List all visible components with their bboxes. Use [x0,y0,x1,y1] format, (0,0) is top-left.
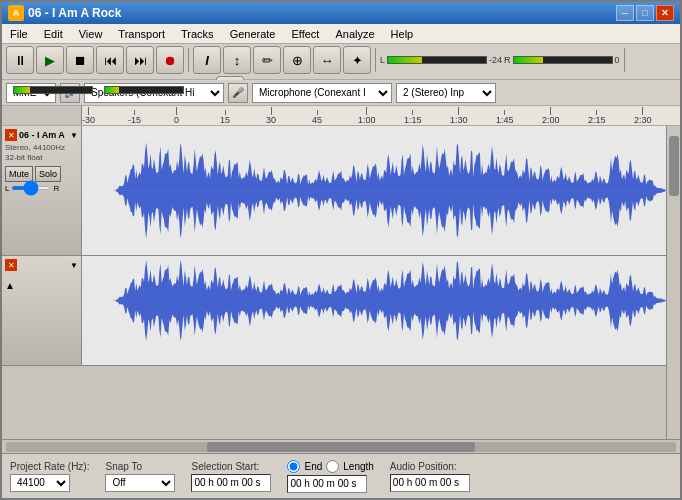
ruler-tick-3: 15 [220,110,230,125]
end-label: End [304,461,322,472]
track-row-2: ✕ ▼ ▲ 0.5 0.0 -0.5 -1.0 [2,256,666,366]
track-info-1: Stereo, 44100Hz 32-bit float [5,143,78,164]
menu-transport[interactable]: Transport [110,24,173,43]
gain-slider-1[interactable] [11,186,51,190]
track-name-1: 06 - I Am A [19,130,68,140]
end-length-section: End Length [287,460,373,493]
ruler-header-space [2,106,82,125]
length-label: Length [343,461,374,472]
audio-position-section: Audio Position: [390,461,470,492]
mic-icon: 🎤 [228,83,248,103]
track-close-2[interactable]: ✕ [5,259,17,271]
length-radio[interactable] [326,460,339,473]
close-button[interactable]: ✕ [656,5,674,21]
timeshift-tool[interactable]: ↔ [313,46,341,74]
maximize-button[interactable]: □ [636,5,654,21]
multi-tool[interactable]: ✦ [343,46,371,74]
selection-start-section: Selection Start: [191,461,271,492]
track-header-2: ✕ ▼ ▲ [2,256,82,365]
ruler-tick-5: 45 [312,110,322,125]
vertical-scrollbar[interactable] [666,126,680,439]
snap-select[interactable]: Off [105,474,175,492]
scrollbar-h-track[interactable] [6,442,676,452]
project-rate-label: Project Rate (Hz): [10,461,89,472]
menu-bar: File Edit View Transport Tracks Generate… [2,24,680,44]
waveform-svg-1 [82,126,666,255]
menu-edit[interactable]: Edit [36,24,71,43]
ruler-tick-9: 1:45 [496,110,514,125]
track-close-1[interactable]: ✕ [5,129,17,141]
project-rate-select[interactable]: 44100 [10,474,70,492]
minimize-button[interactable]: ─ [616,5,634,21]
audio-position-value-row [390,474,470,492]
end-value-row [287,475,373,493]
snap-value-row: Off [105,474,175,492]
track-waveform-1: 1.0 0.5 0.0 -0.5 -1.0 [82,126,666,255]
audio-position-label: Audio Position: [390,461,470,472]
audio-position-input[interactable] [390,474,470,492]
end-radio[interactable] [287,460,300,473]
snap-label: Snap To [105,461,175,472]
record-button[interactable]: ⏺ [156,46,184,74]
selection-start-input[interactable] [191,474,271,492]
channels-select[interactable]: 2 (Stereo) Inp [396,83,496,103]
separator2 [375,48,376,72]
lr-label-left: L [380,55,385,65]
track-dropdown-1[interactable]: ▼ [70,131,78,140]
envelope-tool[interactable]: ↕ [223,46,251,74]
menu-file[interactable]: File [2,24,36,43]
gain-l-label: L [5,184,9,193]
gain-r-label: R [53,184,59,193]
ruler-tick-6: 1:00 [358,107,376,125]
track-gain-1: L R [5,184,78,193]
track-waveform-2: 0.5 0.0 -0.5 -1.0 [82,256,666,365]
track-row-1: ✕ 06 - I Am A ▼ Stereo, 44100Hz 32-bit f… [2,126,666,256]
pause-button[interactable]: ⏸ [6,46,34,74]
ruler-ticks-area: -30-1501530451:001:151:301:452:002:152:3… [82,106,680,125]
input-select[interactable]: Microphone (Conexant I [252,83,392,103]
selection-tool[interactable]: I [193,46,221,74]
menu-help[interactable]: Help [383,24,422,43]
ruler-tick-12: 2:30 [634,107,652,125]
ruler-tick-7: 1:15 [404,110,422,125]
menu-analyze[interactable]: Analyze [327,24,382,43]
window-title: 06 - I Am A Rock [28,6,616,20]
waveform-svg-2 [82,256,666,365]
separator1 [188,48,189,72]
ruler-tick-2: 0 [174,107,179,125]
menu-tracks[interactable]: Tracks [173,24,222,43]
collapse-btn-2[interactable]: ▲ [5,279,78,291]
ruler-tick-1: -15 [128,110,141,125]
rewind-button[interactable]: ⏮ [96,46,124,74]
level-meters: L -24 R 0 [380,55,620,65]
main-window: A 06 - I Am A Rock ─ □ ✕ File Edit View … [0,0,682,500]
project-rate-section: Project Rate (Hz): 44100 [10,461,89,492]
project-rate-value-row: 44100 [10,474,89,492]
timeline-ruler: -30-1501530451:001:151:301:452:002:152:3… [2,106,680,126]
zoom-tool[interactable]: ⊕ [283,46,311,74]
ruler-tick-11: 2:15 [588,110,606,125]
end-input[interactable] [287,475,367,493]
play-button[interactable]: ▶ [36,46,64,74]
separator3 [624,48,625,72]
db-label-right: 0 [615,55,620,65]
horizontal-scrollbar [2,439,680,453]
selection-start-value-row [191,474,271,492]
track-name-row-1: ✕ 06 - I Am A ▼ [5,129,78,141]
transport-toolbar: ⏸ ▶ ⏹ ⏮ ⏭ ⏺ I ↕ ✏ ⊕ ↔ ✦ L -24 R 0 [2,44,680,80]
menu-generate[interactable]: Generate [222,24,284,43]
scrollbar-h-thumb[interactable] [207,442,475,452]
draw-tool[interactable]: ✏ [253,46,281,74]
menu-view[interactable]: View [71,24,111,43]
lr-label-right: R [504,55,511,65]
app-icon: A [8,5,24,21]
menu-effect[interactable]: Effect [284,24,328,43]
stop-button[interactable]: ⏹ [66,46,94,74]
ruler-tick-10: 2:00 [542,107,560,125]
scrollbar-thumb-v[interactable] [669,136,679,196]
forward-button[interactable]: ⏭ [126,46,154,74]
title-buttons: ─ □ ✕ [616,5,674,21]
ruler-tick-8: 1:30 [450,107,468,125]
track-dropdown-2[interactable]: ▼ [70,261,78,270]
snap-section: Snap To Off [105,461,175,492]
